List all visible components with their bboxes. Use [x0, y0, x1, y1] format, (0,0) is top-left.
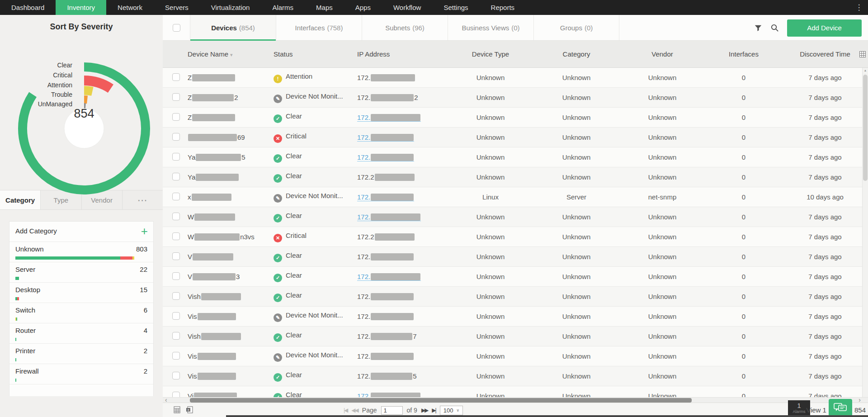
- redacted-device-name: [198, 373, 236, 380]
- row-checkbox[interactable]: [172, 93, 180, 101]
- tab-groups[interactable]: Groups(0): [533, 15, 619, 40]
- prev-page-button[interactable]: ◀◀: [351, 407, 358, 413]
- per-page-select[interactable]: 100 ∨: [440, 406, 463, 415]
- horizontal-scroll-thumb[interactable]: [190, 398, 692, 403]
- nav-item-virtualization[interactable]: Virtualization: [200, 0, 261, 15]
- ip-link[interactable]: 172.: [357, 193, 414, 201]
- vertical-scrollbar[interactable]: ▲: [862, 68, 868, 397]
- category-item-unknown[interactable]: Unknown 803: [9, 242, 153, 262]
- ip-link[interactable]: 172.: [357, 153, 414, 161]
- ip-link[interactable]: 172.: [357, 133, 414, 142]
- row-checkbox[interactable]: [172, 312, 180, 320]
- row-checkbox[interactable]: [172, 232, 180, 240]
- nav-item-network[interactable]: Network: [106, 0, 154, 15]
- nav-item-inventory[interactable]: Inventory: [56, 0, 106, 15]
- horizontal-scrollbar[interactable]: ‹ ›: [163, 397, 868, 403]
- row-checkbox[interactable]: [172, 153, 180, 161]
- last-page-button[interactable]: ▶|: [432, 407, 435, 413]
- table-row: 69 ✕Critical 172. Unknown Unknown Unknow…: [163, 128, 868, 147]
- tab-business-views[interactable]: Business Views(0): [448, 15, 533, 40]
- discovered-time-cell: 7 days ago: [782, 74, 868, 81]
- row-checkbox[interactable]: [172, 73, 180, 81]
- chat-icon[interactable]: [829, 399, 852, 417]
- tab-count: (0): [585, 24, 593, 32]
- ip-link[interactable]: 172.: [357, 114, 421, 122]
- vertical-scroll-thumb[interactable]: [863, 75, 868, 181]
- row-checkbox[interactable]: [172, 372, 180, 379]
- category-cell: Unknown: [533, 313, 619, 320]
- status-icon: ✓: [274, 333, 282, 342]
- column-settings-icon[interactable]: [859, 51, 866, 59]
- row-checkbox[interactable]: [172, 113, 180, 121]
- inventory-tabs: Devices(854)Interfaces(758)Subnets(96)Bu…: [190, 15, 619, 40]
- discovered-time-cell: 7 days ago: [782, 253, 868, 261]
- row-checkbox[interactable]: [172, 173, 180, 180]
- add-category-row[interactable]: Add Category +: [9, 222, 153, 242]
- nav-item-settings[interactable]: Settings: [432, 0, 479, 15]
- column-header-category[interactable]: Category: [533, 50, 619, 58]
- row-checkbox[interactable]: [172, 193, 180, 200]
- status-label: Critical: [286, 232, 307, 239]
- status-icon: ✎: [274, 95, 282, 103]
- vendor-cell: Unknown: [619, 94, 705, 101]
- kebab-menu-icon[interactable]: ⋮: [854, 0, 863, 15]
- device-type-cell: Unknown: [448, 392, 533, 397]
- ip-link[interactable]: 172.: [357, 273, 421, 281]
- category-severity-bar: [15, 297, 19, 300]
- export-table-icon[interactable]: [174, 406, 180, 413]
- filter-icon[interactable]: [754, 24, 762, 32]
- next-page-button[interactable]: ▶▶: [421, 407, 428, 413]
- nav-item-alarms[interactable]: Alarms: [261, 0, 305, 15]
- row-checkbox[interactable]: [172, 252, 180, 260]
- category-item-server[interactable]: Server 22: [9, 262, 153, 283]
- column-header-discovered-time[interactable]: Discovered Time: [782, 50, 868, 58]
- row-checkbox[interactable]: [172, 272, 180, 280]
- column-header-status[interactable]: Status: [274, 50, 357, 58]
- category-item-switch[interactable]: Switch 6: [9, 303, 153, 323]
- column-header-device-type[interactable]: Device Type: [448, 50, 533, 58]
- column-header-ip-address[interactable]: IP Address: [357, 50, 448, 58]
- add-device-button[interactable]: Add Device: [787, 19, 862, 37]
- redacted-device-name: [188, 134, 237, 141]
- select-all-checkbox[interactable]: [173, 24, 180, 32]
- table-row: Ya5 ✓Clear 172. Unknown Unknown Unknown …: [163, 147, 868, 167]
- excel-export-icon[interactable]: X: [186, 406, 193, 413]
- category-item-desktop[interactable]: Desktop 15: [9, 283, 153, 303]
- vendor-cell: net-snmp: [619, 193, 705, 201]
- per-page-value: 100: [443, 407, 453, 414]
- search-icon[interactable]: [770, 24, 779, 32]
- nav-item-dashboard[interactable]: Dashboard: [0, 0, 56, 15]
- category-item-printer[interactable]: Printer 2: [9, 344, 153, 364]
- first-page-button[interactable]: |◀: [344, 407, 347, 413]
- page-number-input[interactable]: [381, 406, 403, 415]
- column-header-device-name[interactable]: Device Name▾: [188, 50, 274, 58]
- ip-link[interactable]: 172.: [357, 392, 421, 398]
- bottom-scrollbar-strip[interactable]: [226, 415, 868, 417]
- tab-subnets[interactable]: Subnets(96): [362, 15, 448, 40]
- row-checkbox[interactable]: [172, 352, 180, 360]
- nav-item-maps[interactable]: Maps: [305, 0, 344, 15]
- scroll-up-arrow[interactable]: ▲: [863, 69, 868, 72]
- nav-item-reports[interactable]: Reports: [480, 0, 526, 15]
- plus-icon[interactable]: +: [141, 225, 148, 237]
- category-item-firewall[interactable]: Firewall 2: [9, 364, 153, 384]
- tab-interfaces[interactable]: Interfaces(758): [276, 15, 362, 40]
- column-header-interfaces[interactable]: Interfaces: [705, 50, 782, 58]
- row-checkbox[interactable]: [172, 213, 180, 220]
- nav-item-servers[interactable]: Servers: [154, 0, 200, 15]
- column-header-vendor[interactable]: Vendor: [619, 50, 705, 58]
- tab-devices[interactable]: Devices(854): [190, 15, 276, 40]
- category-item-label: Desktop: [15, 286, 40, 294]
- status-label: Attention: [286, 72, 312, 80]
- nav-item-workflow[interactable]: Workflow: [382, 0, 432, 15]
- row-checkbox[interactable]: [172, 332, 180, 340]
- category-item-router[interactable]: Router 4: [9, 323, 153, 344]
- row-checkbox[interactable]: [172, 133, 180, 141]
- interfaces-cell: 0: [705, 273, 782, 280]
- row-checkbox[interactable]: [172, 292, 180, 300]
- ip-link[interactable]: 172.: [357, 213, 421, 221]
- device-name-cell: Ya: [188, 173, 274, 181]
- nav-item-apps[interactable]: Apps: [344, 0, 382, 15]
- status-icon: ✕: [274, 134, 282, 143]
- row-checkbox[interactable]: [172, 392, 180, 398]
